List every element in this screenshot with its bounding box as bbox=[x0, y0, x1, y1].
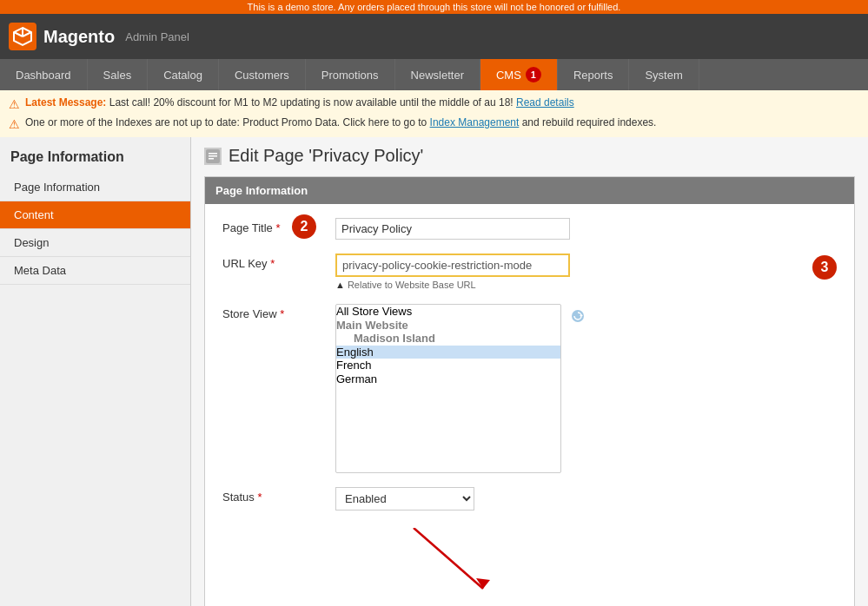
msg-suffix-1: 18! bbox=[499, 96, 516, 109]
content-area: Edit Page 'Privacy Policy' Page Informat… bbox=[191, 137, 868, 606]
form-section-header: Page Information bbox=[205, 177, 854, 204]
msg-suffix-2: and rebuild required indexes. bbox=[522, 116, 657, 128]
store-view-reload-button[interactable] bbox=[568, 306, 587, 326]
page-title-control-wrap: 2 bbox=[335, 218, 837, 240]
store-option-french[interactable]: French bbox=[336, 359, 560, 372]
store-option-all[interactable]: All Store Views bbox=[336, 305, 560, 319]
cms-badge: 1 bbox=[526, 67, 541, 82]
nav-newsletter[interactable]: Newsletter bbox=[395, 59, 480, 90]
store-view-control-wrap: All Store Views Main Website Madison Isl… bbox=[335, 304, 837, 473]
required-star-url: * bbox=[270, 257, 275, 270]
sidebar-item-page-information[interactable]: Page Information bbox=[0, 174, 190, 201]
sidebar: Page Information Page Information Conten… bbox=[0, 137, 191, 606]
nav-cms[interactable]: CMS 1 bbox=[480, 59, 558, 90]
sidebar-item-meta-data[interactable]: Meta Data bbox=[0, 257, 190, 285]
warning-icon-2: ⚠ bbox=[9, 117, 20, 131]
status-select[interactable]: Enabled Disabled bbox=[335, 487, 474, 510]
status-label: Status * bbox=[222, 487, 335, 504]
msg-text-1: Last call! 20% discount for M1 to M2 upd… bbox=[109, 96, 496, 109]
msg-link-2[interactable]: Index Management bbox=[430, 116, 520, 128]
page-header-title: Edit Page 'Privacy Policy' bbox=[229, 146, 423, 166]
header: Magento Admin Panel bbox=[0, 14, 868, 59]
page-icon bbox=[204, 148, 222, 165]
url-hint-arrow-icon: ▲ bbox=[335, 280, 345, 290]
message-1: ⚠ Latest Message: Last call! 20% discoun… bbox=[9, 94, 859, 114]
store-option-english[interactable]: English bbox=[336, 346, 560, 359]
nav-reports[interactable]: Reports bbox=[558, 59, 630, 90]
message-2: ⚠ One or more of the Indexes are not up … bbox=[9, 114, 859, 134]
form-body: Page Title * 2 URL Key * bbox=[205, 204, 854, 606]
svg-line-7 bbox=[414, 528, 483, 589]
svg-rect-4 bbox=[209, 158, 214, 160]
nav-promotions[interactable]: Promotions bbox=[306, 59, 395, 90]
warning-icon-1: ⚠ bbox=[9, 97, 20, 111]
url-key-input[interactable] bbox=[335, 254, 570, 277]
sidebar-item-design[interactable]: Design bbox=[0, 229, 190, 257]
nav-system[interactable]: System bbox=[629, 59, 699, 90]
nav-dashboard[interactable]: Dashboard bbox=[0, 59, 88, 90]
store-option-madison-island: Madison Island bbox=[336, 332, 560, 346]
annotation-badge-2: 2 bbox=[292, 214, 316, 239]
page-header: Edit Page 'Privacy Policy' bbox=[204, 146, 855, 166]
svg-rect-2 bbox=[209, 153, 217, 155]
msg-link-1[interactable]: Read details bbox=[516, 96, 574, 109]
store-option-german[interactable]: German bbox=[336, 372, 560, 386]
url-key-hint: ▲ Relative to Website Base URL bbox=[335, 280, 798, 290]
magento-logo-icon bbox=[9, 23, 36, 50]
store-option-main-website: Main Website bbox=[336, 319, 560, 333]
sidebar-item-content[interactable]: Content bbox=[0, 201, 190, 229]
store-view-wrap: All Store Views Main Website Madison Isl… bbox=[335, 304, 837, 473]
nav-catalog[interactable]: Catalog bbox=[148, 59, 219, 90]
sidebar-title: Page Information bbox=[0, 137, 190, 174]
store-view-label: Store View * bbox=[222, 304, 335, 320]
main-layout: Page Information Page Information Conten… bbox=[0, 137, 868, 606]
logo-text: Magento bbox=[43, 27, 115, 47]
required-star-status: * bbox=[257, 491, 262, 504]
nav-sales[interactable]: Sales bbox=[88, 59, 149, 90]
demo-banner: This is a demo store. Any orders placed … bbox=[0, 0, 868, 14]
logo-sub: Admin Panel bbox=[125, 30, 189, 43]
logo-area: Magento Admin Panel bbox=[9, 23, 189, 50]
annotation-arrow bbox=[309, 528, 587, 606]
page-header-svg-icon bbox=[204, 148, 222, 165]
page-title-input[interactable] bbox=[335, 218, 570, 240]
msg-label-1: Latest Message: bbox=[25, 96, 106, 109]
form-row-status: Status * Enabled Disabled bbox=[222, 487, 837, 510]
svg-rect-3 bbox=[209, 155, 217, 157]
page-title-label: Page Title * bbox=[222, 218, 335, 234]
nav-customers[interactable]: Customers bbox=[219, 59, 306, 90]
store-view-listbox[interactable]: All Store Views Main Website Madison Isl… bbox=[335, 304, 561, 473]
annotation-area: After change URL key "privacy-policy" an… bbox=[222, 528, 837, 606]
messages-area: ⚠ Latest Message: Last call! 20% discoun… bbox=[0, 90, 868, 137]
url-key-control-wrap: ▲ Relative to Website Base URL bbox=[335, 254, 798, 290]
form-row-page-title: Page Title * 2 bbox=[222, 218, 837, 240]
required-star-title: * bbox=[275, 221, 280, 234]
annotation-badge-3: 3 bbox=[812, 255, 837, 280]
required-star-store: * bbox=[280, 307, 284, 320]
msg-text-2: One or more of the Indexes are not up to… bbox=[25, 116, 430, 128]
form-row-store-view: Store View * All Store Views Main Websit… bbox=[222, 304, 837, 473]
nav-bar: Dashboard Sales Catalog Customers Promot… bbox=[0, 59, 868, 90]
status-control-wrap: Enabled Disabled bbox=[335, 487, 837, 510]
form-row-url-key: URL Key * ▲ Relative to Website Base URL… bbox=[222, 254, 837, 290]
url-key-label: URL Key * bbox=[222, 254, 335, 270]
reload-icon bbox=[570, 308, 586, 324]
form-section: Page Information Page Title * 2 bbox=[204, 176, 855, 606]
